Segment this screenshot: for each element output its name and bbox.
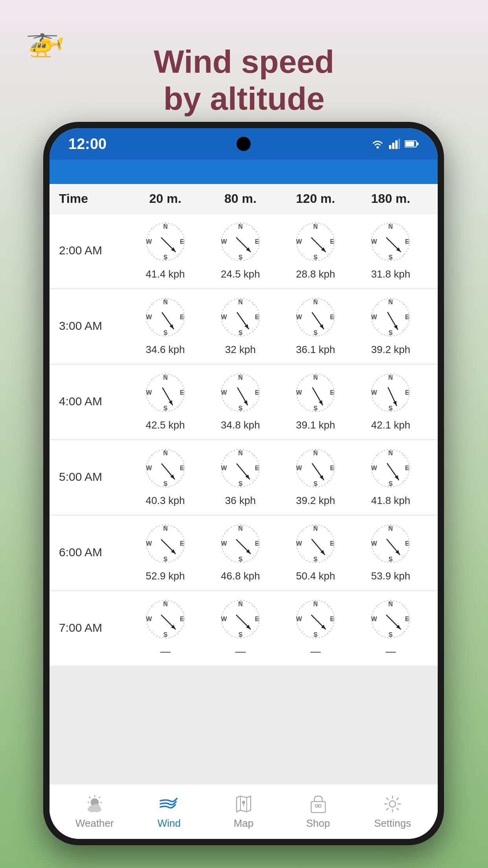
svg-line-90	[227, 329, 229, 331]
svg-line-59	[402, 228, 404, 230]
wind-speed-value: 32 kph	[225, 344, 256, 356]
svg-line-314	[177, 605, 179, 607]
svg-text:W: W	[146, 314, 152, 320]
svg-text:S: S	[163, 405, 167, 412]
svg-text:N: N	[163, 450, 168, 456]
svg-line-283	[302, 530, 304, 532]
svg-line-270	[227, 555, 229, 557]
svg-text:N: N	[238, 601, 243, 607]
svg-text:S: S	[314, 480, 318, 487]
svg-text:S: S	[238, 556, 243, 563]
svg-text:N: N	[313, 299, 318, 305]
row-time: 5:00 AM	[59, 470, 128, 484]
svg-text:N: N	[313, 450, 318, 456]
svg-line-315	[152, 631, 154, 633]
svg-line-255	[152, 555, 154, 557]
svg-line-148	[227, 379, 229, 381]
camera-notch	[237, 137, 251, 151]
svg-text:N: N	[389, 374, 393, 381]
svg-line-149	[252, 379, 254, 381]
table-row: 5:00 AM N S W E 40.3 kph	[50, 440, 438, 515]
svg-line-226	[327, 480, 329, 482]
svg-rect-6	[405, 142, 414, 146]
svg-text:W: W	[296, 540, 303, 547]
compass-dial: N S W E	[369, 371, 412, 416]
svg-line-104	[327, 303, 329, 305]
svg-text:N: N	[389, 525, 393, 532]
svg-line-209	[252, 454, 254, 456]
svg-line-196	[177, 480, 179, 482]
svg-text:W: W	[371, 616, 378, 622]
svg-line-105	[302, 329, 304, 331]
wind-cell: N S W E 32 kph	[203, 296, 278, 356]
svg-text:N: N	[313, 525, 318, 532]
wind-speed-value: 39.1 kph	[296, 419, 335, 431]
nav-item-shop[interactable]: Shop	[287, 794, 350, 829]
wind-speed-value: 36.1 kph	[296, 344, 335, 356]
svg-line-360	[377, 631, 379, 633]
svg-line-345	[302, 631, 304, 633]
svg-line-89	[252, 303, 254, 305]
svg-line-316	[177, 631, 179, 633]
wind-cell: N S W E 34.6 kph	[128, 296, 203, 356]
svg-line-328	[227, 605, 229, 607]
nav-item-map[interactable]: Map	[212, 794, 275, 829]
svg-line-208	[227, 454, 229, 456]
nav-item-weather[interactable]: Weather	[63, 794, 126, 829]
svg-line-120	[377, 329, 379, 331]
wind-speed-value: 39.2 kph	[371, 344, 411, 356]
svg-text:S: S	[163, 631, 167, 638]
nav-label-weather: Weather	[75, 817, 114, 829]
svg-line-361	[402, 631, 404, 633]
svg-line-300	[377, 555, 379, 557]
svg-text:S: S	[238, 329, 243, 336]
svg-text:E: E	[330, 314, 334, 320]
svg-text:W: W	[296, 389, 303, 396]
signal-icon	[389, 139, 400, 149]
col-header-120m: 120 m.	[278, 191, 353, 206]
svg-line-331	[252, 631, 254, 633]
nav-item-settings[interactable]: Settings	[361, 794, 424, 829]
compass-dial: N S W E	[294, 296, 337, 340]
svg-line-14	[177, 228, 179, 230]
svg-text:W: W	[371, 540, 378, 547]
svg-line-195	[152, 480, 154, 482]
svg-line-118	[377, 303, 379, 305]
svg-line-16	[177, 254, 179, 256]
svg-text:S: S	[314, 556, 318, 563]
svg-text:W: W	[221, 314, 227, 320]
svg-text:E: E	[405, 616, 409, 622]
svg-text:S: S	[314, 329, 318, 336]
svg-text:E: E	[180, 465, 184, 471]
wind-cell: N S W E 42.5 kph	[128, 371, 203, 431]
compass-dial: N S W E	[294, 371, 337, 416]
svg-point-380	[93, 807, 101, 812]
svg-text:S: S	[238, 405, 243, 412]
compass-dial: N S W E	[219, 296, 262, 340]
svg-text:S: S	[163, 556, 167, 563]
svg-line-224	[327, 454, 329, 456]
svg-text:W: W	[221, 465, 227, 471]
svg-line-193	[152, 454, 154, 456]
wind-cell: N S W E 39.1 kph	[278, 371, 353, 431]
svg-text:E: E	[405, 314, 409, 320]
svg-text:N: N	[389, 450, 393, 456]
wind-cell: N S W E 40.3 kph	[128, 447, 203, 507]
nav-item-wind[interactable]: Wind	[138, 794, 200, 829]
svg-line-344	[327, 605, 329, 607]
svg-text:W: W	[296, 465, 303, 471]
svg-line-180	[377, 405, 379, 406]
compass-dial: N S W E	[294, 598, 337, 642]
svg-text:W: W	[371, 389, 378, 396]
compass-dial: N S W E	[294, 447, 337, 491]
wind-speed-value: 46.8 kph	[221, 570, 260, 582]
svg-line-284	[327, 530, 329, 532]
wind-speed-value: 53.9 kph	[371, 570, 411, 582]
svg-text:N: N	[163, 299, 168, 305]
wind-speed-value: 52.9 kph	[146, 570, 185, 582]
table-row: 7:00 AM N S W E —	[50, 591, 438, 666]
svg-line-225	[302, 480, 304, 482]
svg-text:E: E	[405, 465, 409, 471]
svg-text:W: W	[371, 314, 378, 320]
svg-line-254	[177, 530, 179, 532]
